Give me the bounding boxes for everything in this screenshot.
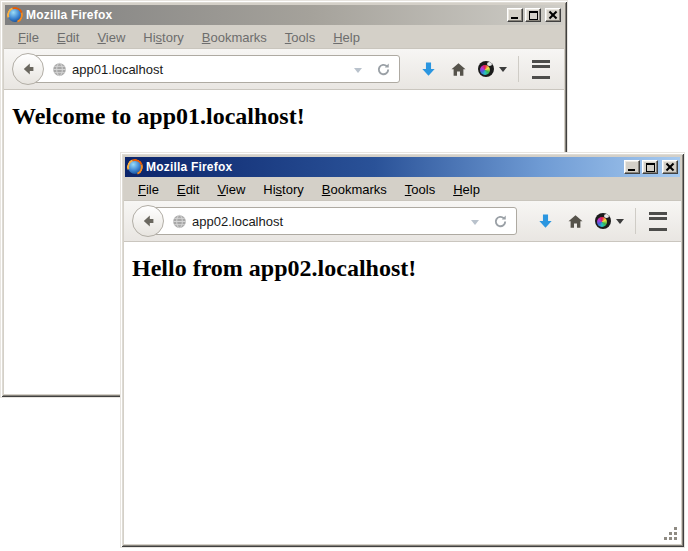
color-wheel-icon (478, 61, 494, 77)
close-button[interactable] (662, 160, 678, 174)
home-icon (567, 213, 584, 230)
hamburger-menu-icon (649, 212, 667, 231)
menu-view[interactable]: View (208, 180, 254, 199)
download-button[interactable] (530, 205, 560, 237)
back-arrow-icon (20, 61, 36, 77)
home-button[interactable] (443, 53, 473, 85)
addon-color-wheel-button[interactable] (590, 205, 628, 237)
titlebar[interactable]: Mozilla Firefox (125, 157, 680, 177)
url-bar[interactable]: app02.localhost (147, 207, 517, 235)
minimize-icon (628, 169, 635, 171)
minimize-icon (511, 17, 518, 19)
reload-button[interactable] (371, 57, 395, 81)
menu-edit[interactable]: Edit (48, 28, 88, 47)
download-arrow-icon (420, 61, 437, 78)
caret-down-icon (499, 67, 507, 72)
globe-icon (172, 214, 187, 229)
reload-icon (376, 62, 391, 77)
menu-edit[interactable]: Edit (168, 180, 208, 199)
close-icon (546, 9, 560, 21)
menu-bar: File Edit View History Bookmarks Tools H… (4, 26, 564, 48)
menu-bookmarks[interactable]: Bookmarks (313, 180, 396, 199)
firefox-logo-icon (8, 8, 22, 22)
reload-button[interactable] (488, 209, 512, 233)
url-text: app01.localhost (72, 62, 347, 77)
app-menu-button[interactable] (526, 53, 556, 85)
maximize-icon (646, 163, 655, 172)
close-button[interactable] (545, 8, 561, 22)
addon-color-wheel-button[interactable] (473, 53, 511, 85)
navigation-toolbar: app02.localhost (124, 200, 681, 242)
menu-bar: File Edit View History Bookmarks Tools H… (124, 178, 681, 200)
menu-help[interactable]: Help (324, 28, 369, 47)
toolbar-separator (635, 208, 636, 234)
urlbar-dropdown-icon[interactable] (354, 68, 362, 73)
maximize-button[interactable] (642, 160, 658, 174)
page-heading: Welcome to app01.localhost! (12, 103, 556, 130)
menu-history[interactable]: History (134, 28, 192, 47)
menu-tools[interactable]: Tools (396, 180, 444, 199)
minimize-button[interactable] (624, 160, 640, 174)
globe-icon (52, 62, 67, 77)
toolbar-separator (518, 56, 519, 82)
minimize-button[interactable] (507, 8, 523, 22)
home-icon (450, 61, 467, 78)
page-heading: Hello from app02.localhost! (132, 255, 673, 282)
menu-view[interactable]: View (88, 28, 134, 47)
color-wheel-icon (595, 213, 611, 229)
page-content: Hello from app02.localhost! (124, 242, 681, 544)
back-arrow-icon (140, 213, 156, 229)
reload-icon (493, 214, 508, 229)
window-controls (624, 160, 678, 174)
menu-file[interactable]: File (129, 180, 168, 199)
back-button[interactable] (12, 53, 44, 85)
maximize-button[interactable] (525, 8, 541, 22)
url-bar[interactable]: app01.localhost (27, 55, 400, 83)
browser-window-app02[interactable]: Mozilla Firefox File Edit View History B… (120, 152, 685, 548)
caret-down-icon (616, 219, 624, 224)
resize-grip-icon[interactable] (664, 527, 678, 541)
titlebar[interactable]: Mozilla Firefox (5, 5, 563, 25)
download-arrow-icon (537, 213, 554, 230)
hamburger-menu-icon (532, 60, 550, 79)
menu-help[interactable]: Help (444, 180, 489, 199)
close-icon (663, 161, 677, 173)
back-button[interactable] (132, 205, 164, 237)
window-controls (507, 8, 561, 22)
app-menu-button[interactable] (643, 205, 673, 237)
window-title: Mozilla Firefox (26, 8, 503, 22)
home-button[interactable] (560, 205, 590, 237)
urlbar-dropdown-icon[interactable] (471, 220, 479, 225)
navigation-toolbar: app01.localhost (4, 48, 564, 90)
url-text: app02.localhost (192, 214, 464, 229)
menu-history[interactable]: History (254, 180, 312, 199)
firefox-logo-icon (128, 160, 142, 174)
download-button[interactable] (413, 53, 443, 85)
menu-bookmarks[interactable]: Bookmarks (193, 28, 276, 47)
window-title: Mozilla Firefox (146, 160, 620, 174)
maximize-icon (529, 11, 538, 20)
menu-file[interactable]: File (9, 28, 48, 47)
menu-tools[interactable]: Tools (276, 28, 324, 47)
